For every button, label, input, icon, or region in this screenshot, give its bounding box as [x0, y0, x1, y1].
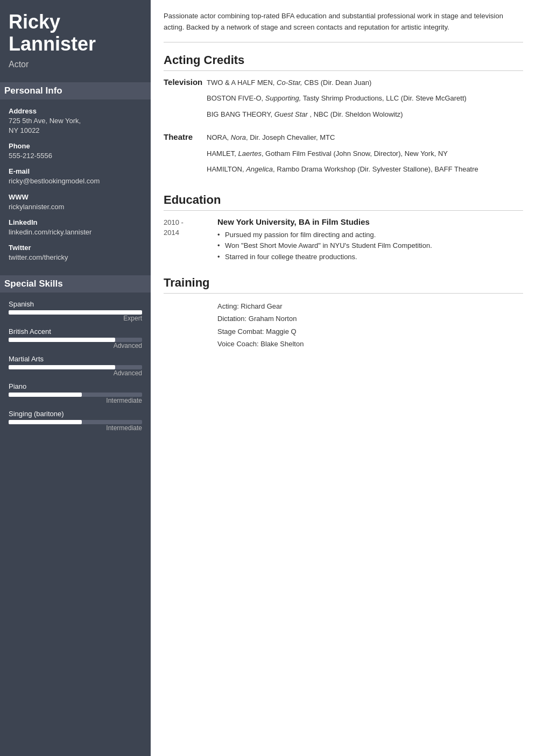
- skill-name-british-accent: British Accent: [9, 327, 142, 336]
- phone-block: Phone 555-212-5556: [9, 142, 142, 161]
- skill-spanish: Spanish Expert: [9, 300, 142, 322]
- tv-entry-2: BOSTON FIVE-O, Supporting, Tasty Shrimp …: [207, 93, 523, 104]
- twitter-block: Twitter twitter.com/thericky: [9, 244, 142, 262]
- www-value: rickylannister.com: [9, 202, 142, 212]
- skill-level-spanish: Expert: [9, 315, 142, 322]
- training-item-4: Voice Coach: Blake Shelton: [217, 338, 523, 350]
- edu-bullet-1: Pursued my passion for film directing an…: [217, 230, 523, 241]
- theatre-entry-3: HAMILTON, Angelica, Rambo Drama Workshop…: [207, 164, 523, 175]
- skill-bar-british-accent: [9, 338, 142, 342]
- candidate-role: Actor: [9, 60, 142, 69]
- personal-info-title: Personal Info: [0, 82, 151, 99]
- linkedin-value: linkedin.com/ricky.lannister: [9, 227, 142, 237]
- television-entries: TWO & A HALF MEN, Co-Star, CBS (Dir. Dea…: [207, 77, 523, 125]
- edu-bullet-2: Won "Best Short Movie Award" in NYU's St…: [217, 240, 523, 252]
- skills-section: Special Skills Spanish Expert British Ac…: [9, 275, 142, 432]
- training-items: Acting: Richard Gear Dictation: Graham N…: [217, 300, 523, 351]
- email-label: E-mail: [9, 167, 142, 175]
- tv-entry-1: TWO & A HALF MEN, Co-Star, CBS (Dir. Dea…: [207, 77, 523, 88]
- www-label: WWW: [9, 193, 142, 201]
- tv-entry-3: BIG BANG THEORY, Guest Star , NBC (Dir. …: [207, 109, 523, 120]
- twitter-label: Twitter: [9, 244, 142, 252]
- edu-row-nyu: 2010 -2014 New York University, BA in Fi…: [164, 217, 523, 263]
- skill-bar-spanish: [9, 310, 142, 315]
- linkedin-block: LinkedIn linkedin.com/ricky.lannister: [9, 218, 142, 237]
- address-block: Address 725 5th Ave, New York,NY 10022: [9, 107, 142, 135]
- edu-date: 2010 -2014: [164, 217, 217, 263]
- theatre-entry-2: HAMLET, Laertes, Gotham Film Festival (J…: [207, 148, 523, 159]
- skill-bar-piano: [9, 393, 142, 397]
- skill-bar-martial-arts: [9, 365, 142, 369]
- training-item-3: Stage Combat: Maggie Q: [217, 325, 523, 338]
- skill-martial-arts: Martial Arts Advanced: [9, 355, 142, 377]
- www-block: WWW rickylannister.com: [9, 193, 142, 212]
- training-section: Training Acting: Richard Gear Dictation:…: [164, 276, 523, 351]
- skill-name-martial-arts: Martial Arts: [9, 355, 142, 363]
- skill-level-singing: Intermediate: [9, 424, 142, 432]
- skill-level-martial-arts: Advanced: [9, 369, 142, 377]
- skills-title: Special Skills: [0, 275, 151, 293]
- training-title: Training: [164, 276, 523, 294]
- edu-institution-nyu: New York University, BA in Film Studies: [217, 217, 523, 226]
- summary-text: Passionate actor combining top-rated BFA…: [164, 11, 523, 42]
- skill-level-piano: Intermediate: [9, 397, 142, 404]
- skill-level-british-accent: Advanced: [9, 342, 142, 350]
- linkedin-label: LinkedIn: [9, 218, 142, 226]
- skill-name-spanish: Spanish: [9, 300, 142, 308]
- skill-british-accent: British Accent Advanced: [9, 327, 142, 350]
- training-item-2: Dictation: Graham Norton: [217, 312, 523, 325]
- email-value: ricky@bestlookingmodel.com: [9, 176, 142, 186]
- edu-bullet-3: Starred in four college theatre producti…: [217, 252, 523, 263]
- skill-piano: Piano Intermediate: [9, 382, 142, 404]
- credit-row-theatre: Theatre NORA, Nora, Dir. Joseph Chevalie…: [164, 132, 523, 180]
- skill-name-piano: Piano: [9, 382, 142, 390]
- television-label: Television: [164, 77, 207, 87]
- training-item-1: Acting: Richard Gear: [217, 300, 523, 312]
- address-label: Address: [9, 107, 142, 115]
- credit-row-television: Television TWO & A HALF MEN, Co-Star, CB…: [164, 77, 523, 125]
- phone-label: Phone: [9, 142, 142, 150]
- sidebar: Ricky Lannister Actor Personal Info Addr…: [0, 0, 151, 756]
- skill-bar-singing: [9, 420, 142, 424]
- twitter-value: twitter.com/thericky: [9, 253, 142, 262]
- skill-name-singing: Singing (baritone): [9, 410, 142, 418]
- email-block: E-mail ricky@bestlookingmodel.com: [9, 167, 142, 186]
- theatre-entry-1: NORA, Nora, Dir. Joseph Chevalier, MTC: [207, 132, 523, 143]
- edu-details-nyu: New York University, BA in Film Studies …: [217, 217, 523, 263]
- theatre-label: Theatre: [164, 132, 207, 141]
- education-section: Education 2010 -2014 New York University…: [164, 193, 523, 263]
- candidate-name: Ricky Lannister: [9, 11, 142, 55]
- skill-singing: Singing (baritone) Intermediate: [9, 410, 142, 432]
- education-title: Education: [164, 193, 523, 211]
- main-content: Passionate actor combining top-rated BFA…: [151, 0, 536, 756]
- acting-credits-section: Acting Credits Television TWO & A HALF M…: [164, 53, 523, 180]
- address-value: 725 5th Ave, New York,NY 10022: [9, 116, 142, 135]
- theatre-entries: NORA, Nora, Dir. Joseph Chevalier, MTC H…: [207, 132, 523, 180]
- phone-value: 555-212-5556: [9, 151, 142, 161]
- training-row: Acting: Richard Gear Dictation: Graham N…: [164, 300, 523, 351]
- acting-credits-title: Acting Credits: [164, 53, 523, 71]
